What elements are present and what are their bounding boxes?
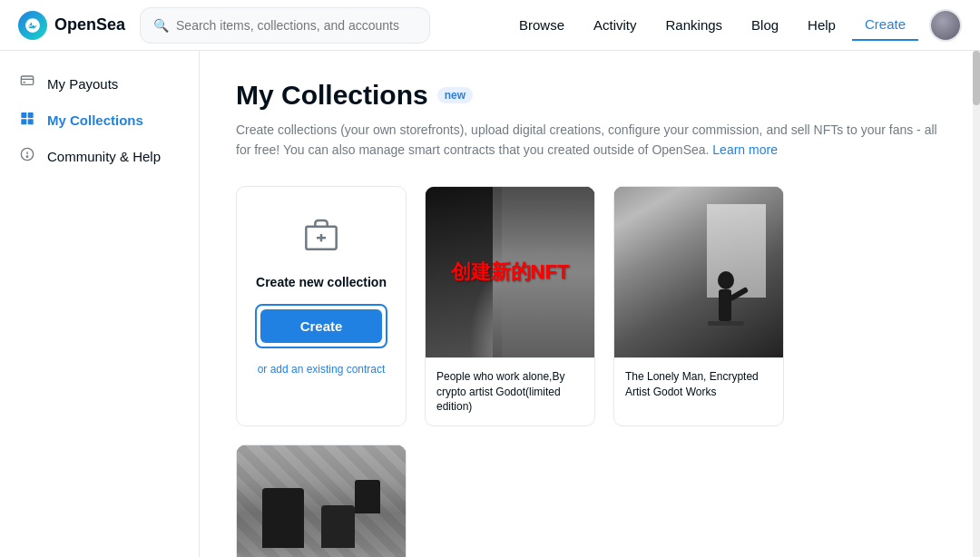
scrollbar-thumb[interactable]	[973, 51, 980, 105]
collection-caption-1: People who work alone,By crypto artist G…	[426, 357, 594, 425]
svg-rect-5	[21, 119, 26, 124]
svg-rect-22	[708, 321, 744, 326]
collections-grid: Create new collection Create or add an e…	[236, 186, 944, 557]
create-button-wrapper: Create	[255, 304, 387, 348]
nav-help[interactable]: Help	[795, 10, 848, 40]
create-card-title: Create new collection	[256, 275, 387, 289]
store-icon	[303, 216, 339, 260]
page-layout: My Payouts My Collections C	[0, 51, 980, 557]
logo-text: OpenSea	[54, 15, 125, 34]
add-contract-link[interactable]: or add an existing contract	[258, 363, 386, 376]
sidebar-item-community[interactable]: Community & Help	[0, 138, 199, 174]
sidebar-item-payouts[interactable]: My Payouts	[0, 65, 199, 102]
nav-browse[interactable]: Browse	[506, 10, 577, 40]
nav-create[interactable]: Create	[852, 9, 918, 41]
page-description: Create collections (your own storefronts…	[236, 120, 944, 161]
opensea-logo-icon	[18, 11, 47, 40]
collection-caption-2: The Lonely Man, Encrypted Artist Godot W…	[614, 357, 783, 411]
learn-more-link[interactable]: Learn more	[712, 142, 778, 157]
main-nav: Browse Activity Rankings Blog Help Creat…	[506, 9, 918, 41]
svg-rect-4	[28, 112, 34, 118]
main-content: My Collections new Create collections (y…	[200, 51, 980, 557]
svg-rect-0	[21, 76, 33, 84]
collections-icon	[18, 111, 36, 129]
avatar[interactable]	[929, 9, 962, 42]
search-input[interactable]	[176, 18, 416, 33]
new-badge: new	[437, 87, 473, 103]
sidebar-collections-label: My Collections	[47, 112, 143, 128]
nav-rankings[interactable]: Rankings	[653, 10, 736, 40]
nav-blog[interactable]: Blog	[739, 10, 791, 40]
collection-card-1[interactable]: 创建新的NFT People who work alone,By crypto …	[425, 186, 595, 426]
svg-rect-20	[719, 289, 731, 321]
create-button[interactable]: Create	[260, 309, 382, 343]
collection-card-3[interactable]: Photography of Longmen Grottoes in China…	[236, 445, 407, 557]
create-collection-card: Create new collection Create or add an e…	[236, 186, 407, 426]
collection-image-1: 创建新的NFT	[426, 187, 594, 357]
collection-card-2[interactable]: The Lonely Man, Encrypted Artist Godot W…	[613, 186, 784, 426]
community-icon	[18, 147, 36, 165]
header: OpenSea 🔍 Browse Activity Rankings Blog …	[0, 0, 980, 51]
search-bar[interactable]: 🔍	[140, 7, 430, 44]
scrollbar-track	[973, 51, 980, 557]
collection-image-2	[614, 187, 783, 357]
svg-point-19	[718, 271, 734, 289]
nft-overlay-text: 创建新的NFT	[451, 259, 570, 286]
sidebar-item-collections[interactable]: My Collections	[0, 102, 199, 138]
svg-rect-21	[729, 287, 749, 301]
svg-point-9	[26, 156, 27, 157]
page-title-row: My Collections new	[236, 80, 944, 111]
collection-image-3	[237, 445, 406, 557]
payouts-icon	[18, 74, 36, 93]
svg-rect-3	[21, 112, 26, 118]
logo-area[interactable]: OpenSea	[18, 11, 125, 40]
sidebar-payouts-label: My Payouts	[47, 76, 118, 92]
search-icon: 🔍	[153, 18, 169, 33]
sidebar: My Payouts My Collections C	[0, 51, 200, 557]
svg-rect-6	[28, 119, 34, 124]
svg-rect-2	[23, 82, 25, 83]
page-title: My Collections	[236, 80, 428, 111]
sidebar-community-label: Community & Help	[47, 149, 161, 164]
nav-activity[interactable]: Activity	[581, 10, 650, 40]
